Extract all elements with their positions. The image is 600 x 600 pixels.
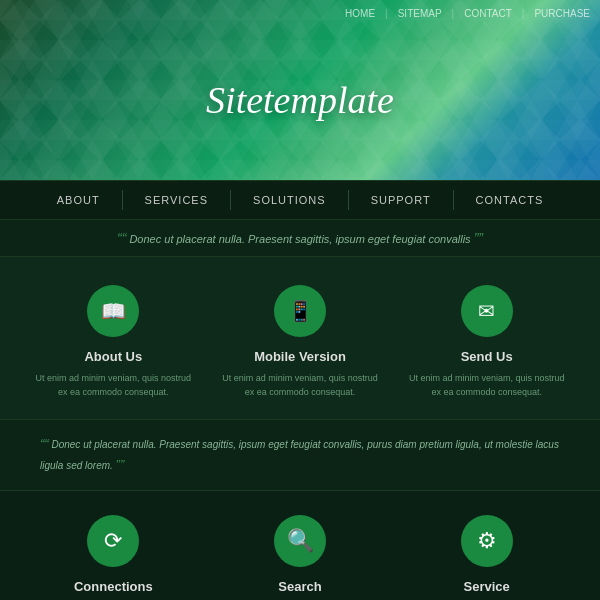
topnav-contact[interactable]: CONTACT xyxy=(464,8,512,19)
nav-about[interactable]: ABOUT xyxy=(35,180,122,220)
nav-contacts[interactable]: CONTACTS xyxy=(454,180,566,220)
connections-title: Connections xyxy=(30,579,197,594)
topnav-home[interactable]: HOME xyxy=(345,8,375,19)
features-section-2: ⟳ Connections Ut enim ad minim veniam, q… xyxy=(0,491,600,600)
quote-close-1: ”” xyxy=(474,230,483,246)
nav-support[interactable]: SUPPORT xyxy=(349,180,453,220)
service-icon: ⚙ xyxy=(461,515,513,567)
topnav-sep3: | xyxy=(522,8,525,19)
main-nav: ABOUT SERVICES SOLUTIONS SUPPORT CONTACT… xyxy=(0,180,600,220)
topnav-sitemap[interactable]: SITEMAP xyxy=(398,8,442,19)
about-text: Ut enim ad minim veniam, quis nostrud ex… xyxy=(30,372,197,399)
about-title: About Us xyxy=(30,349,197,364)
topnav-sep1: | xyxy=(385,8,388,19)
top-nav: HOME | SITEMAP | CONTACT | PURCHASE xyxy=(345,8,590,19)
feature-service: ⚙ Service Ut enim ad minim veniam, quis … xyxy=(393,515,580,600)
feature-sendus: ✉ Send Us Ut enim ad minim veniam, quis … xyxy=(393,285,580,399)
mobile-text: Ut enim ad minim veniam, quis nostrud ex… xyxy=(217,372,384,399)
sendus-title: Send Us xyxy=(403,349,570,364)
topnav-sep2: | xyxy=(452,8,455,19)
feature-connections: ⟳ Connections Ut enim ad minim veniam, q… xyxy=(20,515,207,600)
site-logo: Sitetemplate xyxy=(206,78,394,122)
quote-bar-2: ““ Donec ut placerat nulla. Praesent sag… xyxy=(0,419,600,491)
mobile-icon: 📱 xyxy=(274,285,326,337)
sendus-icon: ✉ xyxy=(461,285,513,337)
quote-bar-1: ““ Donec ut placerat nulla. Praesent sag… xyxy=(0,220,600,257)
nav-solutions[interactable]: SOLUTIONS xyxy=(231,180,348,220)
connections-icon: ⟳ xyxy=(87,515,139,567)
feature-mobile: 📱 Mobile Version Ut enim ad minim veniam… xyxy=(207,285,394,399)
nav-services[interactable]: SERVICES xyxy=(123,180,230,220)
quote-text-1: Donec ut placerat nulla. Praesent sagitt… xyxy=(129,233,473,245)
mobile-title: Mobile Version xyxy=(217,349,384,364)
topnav-purchase[interactable]: PURCHASE xyxy=(534,8,590,19)
search-title: Search xyxy=(217,579,384,594)
feature-search: 🔍 Search Ut enim ad minim veniam, quis n… xyxy=(207,515,394,600)
quote-open-2: ““ xyxy=(40,436,49,451)
hero-section: HOME | SITEMAP | CONTACT | PURCHASE Site… xyxy=(0,0,600,180)
search-icon: 🔍 xyxy=(274,515,326,567)
quote-open-1: ““ xyxy=(117,230,126,246)
quote-close-2: ”” xyxy=(116,457,125,472)
feature-about: 📖 About Us Ut enim ad minim veniam, quis… xyxy=(20,285,207,399)
about-icon: 📖 xyxy=(87,285,139,337)
sendus-text: Ut enim ad minim veniam, quis nostrud ex… xyxy=(403,372,570,399)
service-title: Service xyxy=(403,579,570,594)
features-section-1: 📖 About Us Ut enim ad minim veniam, quis… xyxy=(0,257,600,419)
